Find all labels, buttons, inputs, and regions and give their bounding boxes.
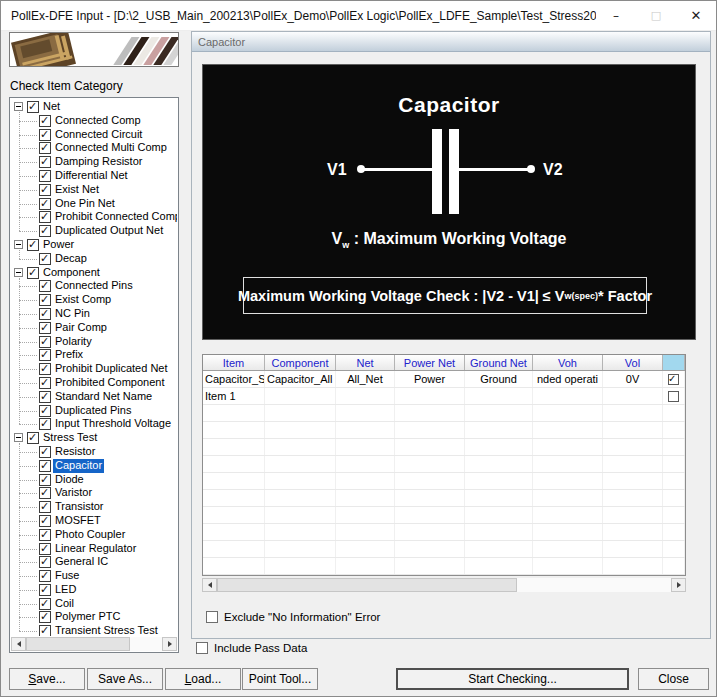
tree-item-input-threshold-voltage[interactable]: Input Threshold Voltage: [11, 417, 177, 431]
tree-item-prefix[interactable]: Prefix: [11, 348, 177, 362]
tree-item-mosfet[interactable]: MOSFET: [11, 514, 177, 528]
checkbox-icon[interactable]: [39, 280, 51, 292]
tree-item-fuse[interactable]: Fuse: [11, 569, 177, 583]
column-header-voh[interactable]: Voh: [533, 355, 603, 370]
column-header-net[interactable]: Net: [336, 355, 395, 370]
tree-item-differential-net[interactable]: Differential Net: [11, 169, 177, 183]
tree-item-exist-comp[interactable]: Exist Comp: [11, 293, 177, 307]
checkbox-icon[interactable]: [196, 642, 208, 654]
tree-horizontal-scrollbar[interactable]: [11, 637, 177, 651]
scroll-track[interactable]: [26, 637, 162, 651]
tree-item-decap[interactable]: Decap: [11, 252, 177, 266]
checkbox-icon[interactable]: [39, 487, 51, 499]
tree-item-standard-net-name[interactable]: Standard Net Name: [11, 390, 177, 404]
column-header-ground-net[interactable]: Ground Net: [465, 355, 533, 370]
tree-item-polymer-ptc[interactable]: Polymer PTC: [11, 610, 177, 624]
tree-item-damping-resistor[interactable]: Damping Resistor: [11, 155, 177, 169]
scroll-left-icon[interactable]: [11, 637, 26, 651]
grid-cell[interactable]: [265, 388, 336, 404]
close-icon[interactable]: ✕: [676, 1, 716, 30]
checkbox-icon[interactable]: [39, 446, 51, 458]
tree-item-transistor[interactable]: Transistor: [11, 500, 177, 514]
tree-category-stress-test[interactable]: Stress Test: [11, 431, 177, 445]
tree-item-prohibit-connected-comp[interactable]: Prohibit Connected Comp: [11, 210, 177, 224]
save-button[interactable]: Save...: [9, 668, 85, 690]
grid-cell[interactable]: nded operati: [533, 371, 603, 387]
checkbox-icon[interactable]: [39, 543, 51, 555]
column-header-item[interactable]: Item: [203, 355, 265, 370]
scroll-right-icon[interactable]: [162, 637, 177, 651]
minimize-icon[interactable]: –: [596, 1, 636, 30]
tree-item-general-ic[interactable]: General IC: [11, 555, 177, 569]
checkbox-icon[interactable]: [39, 184, 51, 196]
checkbox-icon[interactable]: [39, 529, 51, 541]
column-header-component[interactable]: Component: [265, 355, 336, 370]
column-header-enabled[interactable]: [663, 355, 685, 370]
grid-cell[interactable]: [465, 388, 533, 404]
checkbox-icon[interactable]: [39, 253, 51, 265]
tree-item-varistor[interactable]: Varistor: [11, 486, 177, 500]
collapse-icon[interactable]: [14, 102, 23, 111]
checkbox-icon[interactable]: [27, 267, 39, 279]
checkbox-icon[interactable]: [39, 556, 51, 568]
save-as-button[interactable]: Save As...: [87, 668, 163, 690]
tree-item-photo-coupler[interactable]: Photo Coupler: [11, 528, 177, 542]
checkbox-icon[interactable]: [39, 391, 51, 403]
grid-cell[interactable]: Item 1: [203, 388, 265, 404]
check-item-tree[interactable]: NetConnected CompConnected CircuitConnec…: [9, 97, 179, 653]
checkbox-icon[interactable]: [39, 170, 51, 182]
grid-row-item-1[interactable]: Item 1: [203, 388, 685, 405]
checkbox-icon[interactable]: [39, 363, 51, 375]
tree-item-pair-comp[interactable]: Pair Comp: [11, 321, 177, 335]
checkbox-icon[interactable]: [27, 432, 39, 444]
checkbox-icon[interactable]: [39, 598, 51, 610]
tree-item-diode[interactable]: Diode: [11, 473, 177, 487]
tree-item-polarity[interactable]: Polarity: [11, 335, 177, 349]
checkbox-icon[interactable]: [39, 198, 51, 210]
tree-item-prohibit-duplicated-net[interactable]: Prohibit Duplicated Net: [11, 362, 177, 376]
tree-category-net[interactable]: Net: [11, 100, 177, 114]
tree-item-transient-stress-test[interactable]: Transient Stress Test: [11, 624, 177, 636]
column-header-vol[interactable]: Vol: [603, 355, 663, 370]
checkbox-icon[interactable]: [39, 211, 51, 223]
grid-cell-enabled[interactable]: [663, 388, 685, 404]
checkbox-icon[interactable]: [206, 611, 218, 623]
grid-cell[interactable]: Ground: [465, 371, 533, 387]
grid-horizontal-scrollbar[interactable]: [202, 578, 686, 592]
grid-cell[interactable]: All_Net: [336, 371, 395, 387]
grid-cell[interactable]: Capacitor_St: [203, 371, 265, 387]
checkbox-icon[interactable]: [39, 115, 51, 127]
exclude-no-information-checkbox[interactable]: Exclude "No Information" Error: [206, 611, 380, 623]
grid-cell[interactable]: [533, 388, 603, 404]
tree-item-duplicated-pins[interactable]: Duplicated Pins: [11, 404, 177, 418]
grid-cell[interactable]: [395, 388, 465, 404]
checkbox-icon[interactable]: [39, 515, 51, 527]
tree-item-connected-comp[interactable]: Connected Comp: [11, 114, 177, 128]
checkbox-icon[interactable]: [39, 460, 51, 472]
collapse-icon[interactable]: [14, 433, 23, 442]
tree-item-one-pin-net[interactable]: One Pin Net: [11, 197, 177, 211]
checkbox-icon[interactable]: [39, 308, 51, 320]
checkbox-icon[interactable]: [39, 570, 51, 582]
checkbox-icon[interactable]: [39, 501, 51, 513]
checkbox-icon[interactable]: [39, 156, 51, 168]
checkbox-icon[interactable]: [39, 294, 51, 306]
grid-row-capacitor-st[interactable]: Capacitor_StCapacitor_AllAll_NetPowerGro…: [203, 371, 685, 388]
checkbox-icon[interactable]: [39, 349, 51, 361]
checkbox-icon[interactable]: [39, 142, 51, 154]
grid-cell[interactable]: [336, 388, 395, 404]
close-button[interactable]: Close: [638, 668, 709, 690]
column-header-power-net[interactable]: Power Net: [395, 355, 465, 370]
check-items-grid[interactable]: ItemComponentNetPower NetGround NetVohVo…: [202, 354, 686, 576]
checkbox-icon[interactable]: [39, 129, 51, 141]
tree-item-prohibited-component[interactable]: Prohibited Component: [11, 376, 177, 390]
row-checkbox-icon[interactable]: [668, 374, 679, 385]
row-checkbox-icon[interactable]: [668, 391, 679, 402]
grid-cell-enabled[interactable]: [663, 371, 685, 387]
tree-item-capacitor[interactable]: Capacitor: [11, 459, 177, 473]
title-bar[interactable]: PollEx-DFE Input - [D:\2_USB_Main_200213…: [1, 1, 716, 31]
tree-item-nc-pin[interactable]: NC Pin: [11, 307, 177, 321]
grid-cell[interactable]: 0V: [603, 371, 663, 387]
tree-item-led[interactable]: LED: [11, 583, 177, 597]
tree-item-exist-net[interactable]: Exist Net: [11, 183, 177, 197]
